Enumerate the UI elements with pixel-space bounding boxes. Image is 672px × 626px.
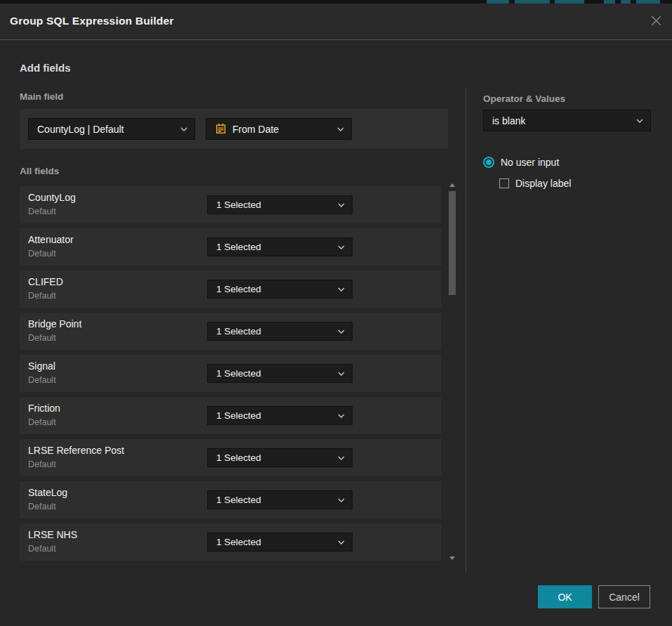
field-name: Bridge Point — [28, 318, 81, 330]
field-subtitle: Default — [28, 417, 56, 427]
field-row: Attenuator Default 1 Selected — [20, 228, 441, 266]
field-subtitle: Default — [28, 333, 56, 343]
field-row: LRSE Reference Post Default 1 Selected — [20, 439, 441, 476]
all-fields-label: All fields — [20, 166, 59, 176]
all-fields-scrollbar[interactable] — [447, 181, 457, 562]
field-name: CountyLog — [28, 192, 76, 203]
field-row: Signal Default 1 Selected — [20, 355, 441, 392]
main-field-label: Main field — [20, 91, 63, 102]
field-subtitle: Default — [28, 502, 56, 511]
scrollbar-thumb[interactable] — [449, 191, 456, 295]
ok-button[interactable]: OK — [538, 585, 592, 608]
all-fields-list: CountyLog Default 1 Selected Attenuator … — [20, 186, 441, 561]
field-subtitle: Default — [28, 291, 56, 301]
chevron-down-icon — [338, 372, 345, 376]
field-row: CountyLog Default 1 Selected — [20, 186, 441, 223]
field-name: Friction — [28, 403, 60, 414]
chevron-down-icon — [337, 127, 344, 131]
field-subtitle: Default — [28, 375, 56, 385]
chevron-down-icon — [338, 287, 345, 292]
field-row: CLIFED Default 1 Selected — [20, 270, 441, 308]
field-subtitle: Default — [28, 459, 56, 469]
field-name: Attenuator — [28, 234, 74, 245]
dialog-title: Group SQL Expression Builder — [10, 15, 174, 27]
calendar-icon — [215, 123, 227, 135]
radio-selected-icon — [483, 157, 494, 168]
field-name: Signal — [28, 360, 55, 372]
field-row: Bridge Point Default 1 Selected — [20, 313, 441, 350]
main-field-layer-dropdown[interactable]: CountyLog | Default — [28, 118, 195, 140]
field-selection-dropdown[interactable]: 1 Selected — [207, 490, 353, 509]
add-fields-heading: Add fields — [20, 62, 71, 74]
field-selection-dropdown[interactable]: 1 Selected — [207, 237, 353, 256]
group-sql-expression-builder-dialog: Group SQL Expression Builder Add fields … — [0, 4, 672, 626]
no-user-input-radio[interactable]: No user input — [483, 157, 559, 168]
scroll-down-icon[interactable] — [449, 556, 455, 560]
chevron-down-icon — [338, 330, 345, 334]
display-label-text: Display label — [515, 178, 571, 189]
field-selection-dropdown[interactable]: 1 Selected — [207, 280, 353, 299]
layer-dropdown-value: CountyLog | Default — [37, 124, 124, 135]
dialog-header: Group SQL Expression Builder — [0, 4, 672, 40]
field-row: StateLog Default 1 Selected — [20, 481, 441, 519]
date-dropdown-value: From Date — [232, 124, 279, 135]
main-field-section: CountyLog | Default From Date — [20, 109, 448, 149]
main-field-date-dropdown[interactable]: From Date — [206, 118, 352, 140]
chevron-down-icon — [338, 245, 345, 249]
field-selection-dropdown[interactable]: 1 Selected — [207, 364, 353, 383]
chevron-down-icon — [180, 127, 187, 131]
field-selection-dropdown[interactable]: 1 Selected — [207, 195, 353, 214]
operator-values-label: Operator & Values — [483, 93, 565, 104]
no-user-input-label: No user input — [501, 157, 559, 168]
field-selection-dropdown[interactable]: 1 Selected — [207, 322, 353, 341]
operator-dropdown[interactable]: is blank — [483, 110, 651, 131]
close-button[interactable] — [649, 15, 663, 29]
close-icon — [650, 15, 662, 29]
cancel-button[interactable]: Cancel — [598, 585, 650, 608]
chevron-down-icon — [338, 498, 345, 502]
chevron-down-icon — [338, 414, 345, 418]
field-row: Friction Default 1 Selected — [20, 397, 441, 434]
operator-dropdown-value: is blank — [492, 115, 525, 126]
panel-divider — [466, 88, 466, 573]
field-name: StateLog — [28, 487, 67, 498]
scroll-up-icon[interactable] — [449, 183, 455, 187]
field-row: LRSE NHS Default 1 Selected — [20, 523, 441, 561]
chevron-down-icon — [338, 456, 345, 460]
checkbox-unchecked-icon — [499, 178, 509, 188]
field-subtitle: Default — [28, 544, 56, 554]
field-name: LRSE Reference Post — [28, 445, 124, 456]
field-name: CLIFED — [28, 276, 63, 287]
field-selection-dropdown[interactable]: 1 Selected — [207, 533, 353, 552]
field-selection-dropdown[interactable]: 1 Selected — [207, 448, 353, 467]
field-subtitle: Default — [28, 207, 56, 216]
field-subtitle: Default — [28, 249, 56, 259]
chevron-down-icon — [338, 203, 345, 207]
chevron-down-icon — [338, 540, 345, 545]
chevron-down-icon — [636, 119, 643, 123]
field-name: LRSE NHS — [28, 529, 77, 540]
field-selection-dropdown[interactable]: 1 Selected — [207, 406, 353, 425]
display-label-checkbox[interactable]: Display label — [499, 178, 571, 189]
